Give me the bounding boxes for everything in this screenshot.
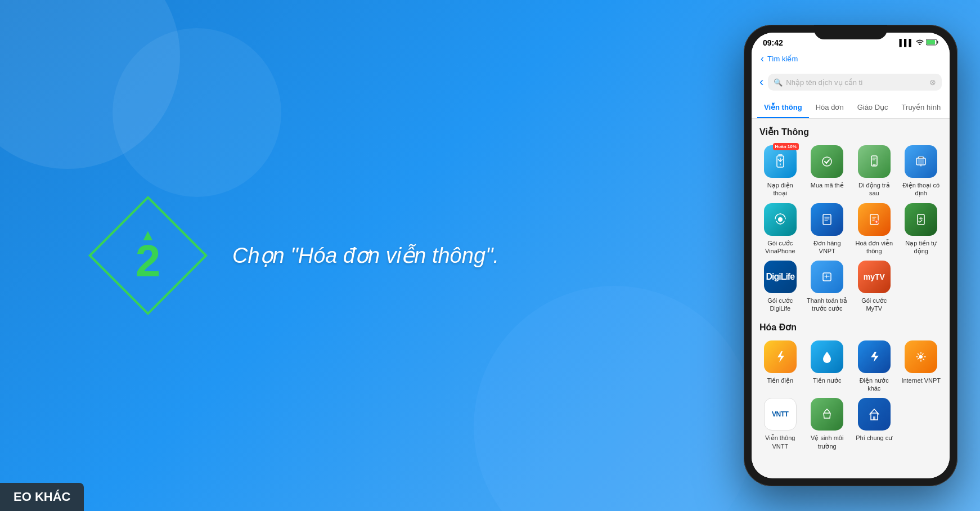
- phi-chung-cu-icon: [858, 398, 891, 431]
- service-hoa-don-vien-thong[interactable]: Hoá đơn viễn thông: [853, 203, 895, 256]
- tien-nuoc-icon: [811, 340, 843, 373]
- goi-cuoc-vinaphone-icon: [764, 203, 797, 236]
- left-content-area: ▲ 2 Chọn "Hóa đơn viễn thông".: [0, 0, 596, 511]
- bottom-label: EO KHÁC: [0, 483, 84, 511]
- ve-sinh-moi-truong-icon: [811, 398, 843, 431]
- status-icons: ▌▌▌: [899, 39, 938, 47]
- internet-vnpt-icon: [905, 340, 937, 373]
- service-dien-nuoc-khac[interactable]: Điện nước khác: [853, 340, 895, 393]
- battery-icon: [926, 39, 938, 47]
- tab-giao-duc[interactable]: Giáo Dục: [851, 97, 895, 118]
- di-dong-tra-sau-label: Di động trả sau: [853, 181, 895, 198]
- phone-screen: 09:42 ▌▌▌ ‹ Tìm kiếm ‹: [752, 33, 950, 478]
- don-hang-vnpt-icon: [811, 203, 843, 236]
- service-ve-sinh-moi-truong[interactable]: Vệ sinh môi trường: [807, 398, 848, 450]
- back-navigation[interactable]: ‹ Tìm kiếm: [752, 50, 950, 69]
- tab-di-chuyen[interactable]: Di chuyển: [947, 97, 950, 118]
- search-input-wrap[interactable]: 🔍 Nhập tên dịch vụ cần tì ⊗: [768, 74, 942, 91]
- status-time: 09:42: [763, 38, 783, 47]
- tab-vien-thong[interactable]: Viễn thông: [757, 97, 809, 118]
- service-di-dong-tra-sau[interactable]: Di động trả sau: [853, 145, 895, 198]
- hoan-badge: Hoàn 10%: [773, 143, 799, 150]
- svg-point-4: [822, 157, 831, 166]
- svg-rect-2: [927, 40, 935, 44]
- thanh-toan-tra-truoc-label: Thanh toán trả trước cước: [807, 297, 848, 313]
- svg-point-8: [778, 217, 783, 222]
- service-internet-vnpt[interactable]: Internet VNPT: [901, 340, 942, 393]
- service-don-hang-vnpt[interactable]: Đơn hàng VNPT: [807, 203, 848, 256]
- service-vien-thong-vntt[interactable]: VNTT Viễn thông VNTT: [759, 398, 801, 450]
- don-hang-vnpt-label: Đơn hàng VNPT: [807, 239, 848, 256]
- service-nap-dien-thoai[interactable]: Hoàn 10% Nạp điện thoại: [759, 145, 801, 198]
- search-bar-container: ‹ 🔍 Nhập tên dịch vụ cần tì ⊗: [752, 69, 950, 97]
- tab-truyen-hinh[interactable]: Truyền hình: [895, 97, 948, 118]
- service-goi-cuoc-vinaphone[interactable]: Gói cước VinaPhone: [759, 203, 801, 256]
- phi-chung-cu-label: Phí chung cư: [856, 434, 892, 442]
- search-placeholder-text: Nhập tên dịch vụ cần tì: [786, 78, 862, 87]
- search-magnifier-icon: 🔍: [774, 78, 783, 87]
- svg-rect-7: [918, 159, 924, 164]
- goi-cuoc-digilife-icon: DigiLife: [764, 261, 797, 293]
- phone-frame: 09:42 ▌▌▌ ‹ Tìm kiếm ‹: [744, 25, 957, 486]
- dien-nuoc-khac-label: Điện nước khác: [853, 376, 895, 393]
- section-title-vien-thong: Viễn Thông: [759, 127, 942, 137]
- di-dong-tra-sau-icon: [858, 145, 891, 178]
- step-number: ▲ 2: [136, 227, 161, 284]
- svg-rect-1: [937, 41, 938, 43]
- service-thanh-toan-tra-truoc[interactable]: Thanh toán trả trước cước: [807, 261, 848, 313]
- vien-thong-grid: Hoàn 10% Nạp điện thoại Mua mã thẻ: [759, 145, 942, 313]
- service-mua-ma-the[interactable]: Mua mã thẻ: [807, 145, 848, 198]
- signal-icon: ▌▌▌: [899, 39, 914, 47]
- mua-ma-the-label: Mua mã thẻ: [811, 181, 844, 189]
- step-instruction: Chọn "Hóa đơn viễn thông".: [232, 243, 499, 268]
- back-arrow-icon: ‹: [761, 53, 764, 65]
- nap-tien-tu-dong-label: Nạp tiền tự động: [901, 239, 942, 256]
- category-tabs: Viễn thông Hóa đơn Giáo Dục Truyền hình …: [752, 97, 950, 119]
- svg-rect-16: [873, 416, 875, 420]
- mua-ma-the-icon: [811, 145, 843, 178]
- nap-tien-tu-dong-icon: [905, 203, 937, 236]
- hoa-don-vien-thong-icon: [858, 203, 891, 236]
- svg-rect-13: [823, 273, 831, 281]
- internet-vnpt-label: Internet VNPT: [901, 376, 941, 384]
- step-digit: 2: [136, 239, 161, 284]
- tien-nuoc-label: Tiền nước: [813, 376, 842, 384]
- ve-sinh-moi-truong-label: Vệ sinh môi trường: [807, 434, 848, 450]
- tien-dien-icon: [764, 340, 797, 373]
- goi-cuoc-digilife-label: Gói cước DigiLife: [759, 297, 801, 313]
- service-dien-thoai-co-dinh[interactable]: Điện thoại có định: [901, 145, 942, 198]
- vien-thong-vntt-icon: VNTT: [764, 398, 797, 431]
- thanh-toan-tra-truoc-icon: [811, 261, 843, 293]
- vien-thong-vntt-label: Viễn thông VNTT: [759, 434, 801, 450]
- back-nav-label: Tìm kiếm: [767, 55, 798, 63]
- service-tien-nuoc[interactable]: Tiền nước: [807, 340, 848, 393]
- service-tien-dien[interactable]: Tiền điện: [759, 340, 801, 393]
- phone-notch: [814, 25, 887, 39]
- hoa-don-vien-thong-label: Hoá đơn viễn thông: [853, 239, 895, 256]
- section-title-hoa-don: Hóa Đơn: [759, 322, 942, 333]
- nap-dien-thoai-label: Nạp điện thoại: [759, 181, 801, 198]
- service-goi-cuoc-digilife[interactable]: DigiLife Gói cước DigiLife: [759, 261, 801, 313]
- phone-container: 09:42 ▌▌▌ ‹ Tìm kiếm ‹: [732, 0, 969, 511]
- tab-hoa-don[interactable]: Hóa đơn: [809, 97, 851, 118]
- svg-rect-9: [823, 214, 831, 225]
- goi-cuoc-mytv-icon: myTV: [858, 261, 891, 293]
- wifi-icon: [916, 39, 924, 47]
- goi-cuoc-mytv-label: Gói cước MyTV: [853, 297, 895, 313]
- dien-thoai-co-dinh-label: Điện thoại có định: [901, 181, 942, 198]
- search-back-button[interactable]: ‹: [759, 75, 763, 89]
- tien-dien-label: Tiền điện: [767, 376, 793, 384]
- hoa-don-grid: Tiền điện Tiền nước: [759, 340, 942, 450]
- service-goi-cuoc-mytv[interactable]: myTV Gói cước MyTV: [853, 261, 895, 313]
- dien-thoai-co-dinh-icon: [905, 145, 937, 178]
- dien-nuoc-khac-icon: [858, 340, 891, 373]
- step-badge: ▲ 2: [97, 205, 199, 306]
- service-nap-tien-tu-dong[interactable]: Nạp tiền tự động: [901, 203, 942, 256]
- content-area: Viễn Thông Hoàn 10% Nạp điện thoại: [752, 119, 950, 478]
- goi-cuoc-vinaphone-label: Gói cước VinaPhone: [759, 239, 801, 256]
- search-clear-icon[interactable]: ⊗: [929, 78, 936, 87]
- service-phi-chung-cu[interactable]: Phí chung cư: [853, 398, 895, 450]
